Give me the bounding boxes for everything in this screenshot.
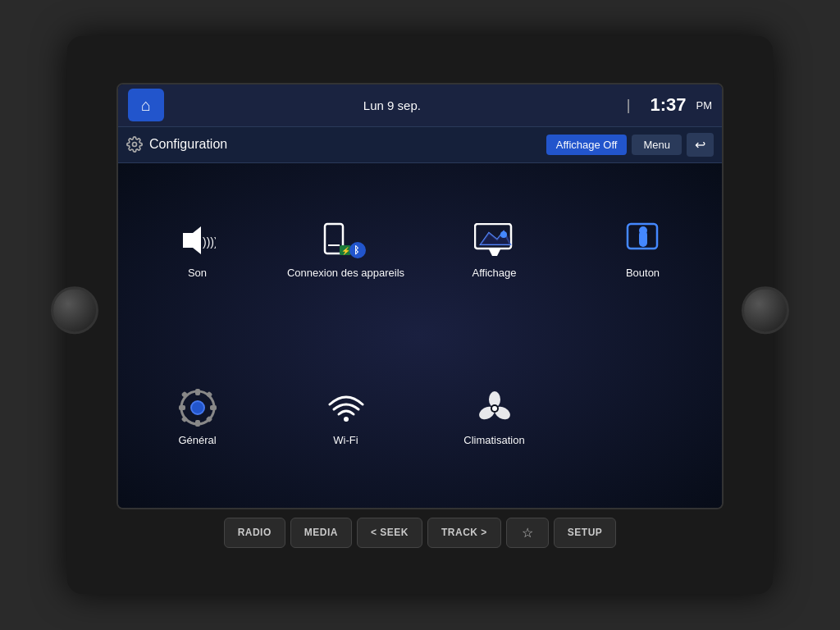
hand-icon <box>624 222 662 258</box>
settings-grid: )))) Son ⚡ ᛒ <box>118 163 722 508</box>
affichage-label: Affichage <box>472 267 517 281</box>
back-button[interactable]: ↩ <box>687 133 714 157</box>
svg-point-16 <box>639 226 647 235</box>
main-screen: ⌂ Lun 9 sep. | 1:37 PM Configuration Aff… <box>116 83 724 509</box>
wifi-icon <box>328 393 364 422</box>
divider: | <box>627 97 631 114</box>
bottom-button-row: RADIO MEDIA < SEEK TRACK > ☆ SETUP <box>116 518 724 548</box>
climatisation-label: Climatisation <box>463 434 524 448</box>
home-icon: ⌂ <box>141 96 151 115</box>
svg-point-27 <box>344 417 349 422</box>
connexion-icon-wrapper: ⚡ ᛒ <box>322 222 371 258</box>
grid-item-bouton[interactable]: Bouton <box>572 171 714 332</box>
svg-rect-23 <box>180 391 187 398</box>
svg-marker-1 <box>183 226 201 254</box>
wifi-label: Wi-Fi <box>333 434 358 448</box>
grid-item-general[interactable]: Général <box>126 339 268 500</box>
son-icon-wrapper: )))) <box>176 222 220 258</box>
home-button[interactable]: ⌂ <box>128 89 164 121</box>
svg-marker-13 <box>489 249 500 256</box>
setup-button[interactable]: SETUP <box>554 518 617 548</box>
grid-item-empty <box>572 339 714 500</box>
fan-icon <box>476 390 514 426</box>
general-label: Général <box>178 434 216 448</box>
svg-rect-19 <box>195 389 200 395</box>
svg-text:)))): )))) <box>203 235 216 249</box>
svg-rect-22 <box>210 405 217 410</box>
wifi-icon-wrapper <box>324 390 368 426</box>
connexion-label: Connexion des appareils <box>287 267 404 281</box>
media-button[interactable]: MEDIA <box>290 518 352 548</box>
monitor-icon <box>474 223 515 258</box>
seek-button[interactable]: < SEEK <box>357 518 422 548</box>
ampm-display: PM <box>696 99 713 112</box>
date-display: Lun 9 sep. <box>172 98 612 112</box>
speaker-icon: )))) <box>180 225 216 256</box>
svg-point-32 <box>492 406 497 411</box>
climatisation-icon-wrapper <box>472 390 517 426</box>
config-title: Configuration <box>149 137 227 152</box>
left-knob[interactable] <box>51 286 98 334</box>
config-gear-icon <box>126 136 143 153</box>
svg-text:ᛒ: ᛒ <box>354 244 359 256</box>
affichage-icon-wrapper <box>472 222 517 258</box>
connexion-icon: ⚡ ᛒ <box>322 222 371 258</box>
svg-point-12 <box>500 231 507 238</box>
affichage-off-button[interactable]: Affichage Off <box>546 135 628 155</box>
grid-item-climatisation[interactable]: Climatisation <box>423 339 565 500</box>
svg-rect-21 <box>179 405 185 410</box>
config-label: Configuration <box>126 136 541 153</box>
top-bar: ⌂ Lun 9 sep. | 1:37 PM <box>118 84 722 127</box>
grid-item-wifi[interactable]: Wi-Fi <box>275 339 417 500</box>
car-infotainment-frame: ⌂ Lun 9 sep. | 1:37 PM Configuration Aff… <box>67 36 773 594</box>
general-icon-wrapper <box>176 390 220 426</box>
config-bar: Configuration Affichage Off Menu ↩ <box>118 127 722 163</box>
son-label: Son <box>188 267 207 281</box>
menu-button[interactable]: Menu <box>632 135 682 155</box>
svg-point-0 <box>133 143 137 147</box>
general-gear-icon <box>179 389 217 427</box>
favorite-button[interactable]: ☆ <box>506 518 549 548</box>
right-knob[interactable] <box>742 286 789 334</box>
svg-point-18 <box>191 401 204 414</box>
grid-item-connexion[interactable]: ⚡ ᛒ Connexion des appareils <box>275 171 417 332</box>
bouton-label: Bouton <box>626 267 660 281</box>
bouton-icon-wrapper <box>621 222 665 258</box>
grid-item-son[interactable]: )))) Son <box>126 171 268 332</box>
track-button[interactable]: TRACK > <box>427 518 501 548</box>
grid-item-affichage[interactable]: Affichage <box>423 171 565 332</box>
svg-rect-20 <box>195 420 200 427</box>
radio-button[interactable]: RADIO <box>224 518 285 548</box>
time-display: 1:37 <box>650 94 686 116</box>
